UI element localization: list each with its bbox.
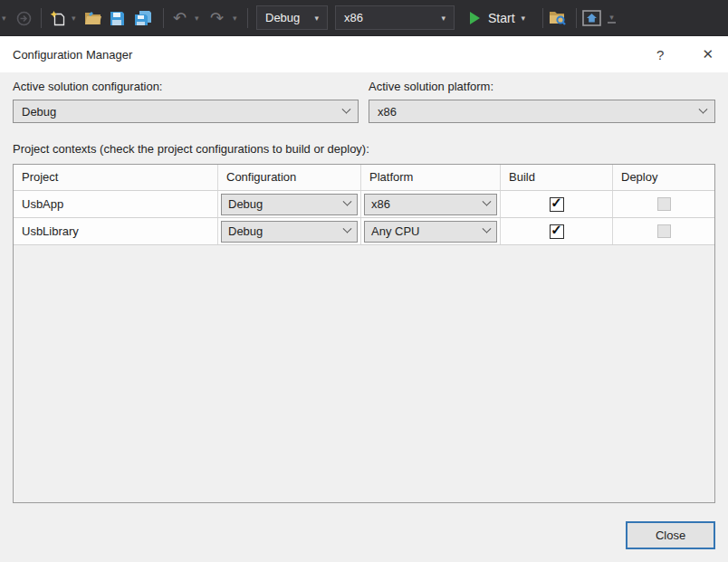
project-contexts-table: Project Configuration Platform Build Dep… — [13, 164, 715, 503]
new-project-caret-icon[interactable]: ▾ — [72, 0, 76, 36]
checkmark-icon: ✓ — [551, 197, 562, 208]
chevron-down-icon — [483, 197, 492, 206]
dialog-title: Configuration Manager — [13, 48, 132, 62]
build-cell: ✓ — [501, 218, 613, 244]
column-header-build[interactable]: Build — [501, 165, 613, 190]
column-header-deploy[interactable]: Deploy — [613, 165, 714, 190]
redo-icon[interactable]: ↷ — [210, 0, 224, 36]
active-platform-dropdown[interactable]: x86 — [369, 100, 715, 123]
active-configuration-label: Active solution configuration: — [13, 80, 359, 94]
chevron-down-icon — [343, 197, 352, 206]
chevron-down-icon: ▾ — [314, 14, 319, 23]
vs-toolbar: ▾ ▾ — [0, 0, 728, 36]
chevron-down-icon — [343, 224, 352, 233]
open-folder-icon[interactable] — [84, 0, 102, 36]
vs-window: ▾ ▾ — [0, 0, 728, 562]
project-contexts-label: Project contexts (check the project conf… — [13, 142, 715, 156]
nav-forward-icon[interactable] — [16, 0, 32, 36]
platform-cell: x86 — [361, 191, 501, 217]
solution-configuration-value: Debug — [265, 11, 300, 24]
chevron-down-icon — [699, 104, 708, 113]
project-name-cell[interactable]: UsbApp — [14, 191, 218, 217]
table-row: UsbApp Debug x86 ✓ — [14, 191, 714, 218]
toolbar-separator — [163, 8, 164, 28]
deploy-checkbox-disabled — [657, 197, 671, 211]
folder-search-icon[interactable] — [549, 0, 567, 36]
save-all-icon[interactable] — [134, 0, 152, 36]
row-configuration-dropdown[interactable]: Debug — [221, 221, 358, 243]
column-header-configuration[interactable]: Configuration — [218, 165, 361, 190]
chevron-down-icon — [483, 224, 492, 233]
start-caret-icon[interactable]: ▾ — [522, 0, 526, 36]
chevron-down-icon: ▾ — [441, 14, 445, 23]
configuration-cell: Debug — [218, 218, 361, 244]
deploy-checkbox-disabled — [657, 224, 671, 238]
project-name-cell[interactable]: UsbLibrary — [14, 218, 218, 244]
toolbar-separator — [542, 8, 543, 28]
row-platform-dropdown[interactable]: x86 — [364, 194, 497, 215]
configuration-cell: Debug — [218, 191, 361, 217]
column-header-platform[interactable]: Platform — [361, 165, 501, 190]
toolbar-separator — [41, 8, 42, 28]
active-platform-label: Active solution platform: — [369, 80, 715, 94]
undo-caret-icon[interactable]: ▾ — [195, 0, 199, 36]
build-checkbox[interactable]: ✓ — [550, 224, 564, 239]
platform-cell: Any CPU — [361, 218, 501, 244]
table-row: UsbLibrary Debug Any CPU ✓ — [14, 218, 714, 245]
new-project-icon[interactable] — [50, 0, 66, 36]
build-cell: ✓ — [501, 191, 613, 217]
deploy-cell — [613, 191, 714, 217]
close-window-button[interactable]: ✕ — [702, 46, 714, 62]
active-platform-value: x86 — [378, 105, 397, 119]
row-configuration-dropdown[interactable]: Debug — [221, 194, 358, 215]
nav-back-caret-icon[interactable]: ▾ — [2, 0, 6, 36]
save-icon[interactable] — [110, 0, 125, 36]
checkmark-icon: ✓ — [551, 224, 562, 235]
close-button[interactable]: Close — [626, 521, 715, 549]
dialog-titlebar: Configuration Manager ? ✕ — [0, 36, 728, 72]
deploy-cell — [613, 218, 714, 244]
column-header-project[interactable]: Project — [14, 165, 218, 190]
dialog-content: Active solution configuration: Active so… — [0, 72, 728, 562]
help-button[interactable]: ? — [656, 47, 664, 62]
solution-configuration-dropdown[interactable]: Debug ▾ — [256, 5, 328, 30]
solution-platform-value: x86 — [344, 11, 363, 24]
redo-caret-icon[interactable]: ▾ — [233, 0, 237, 36]
build-checkbox[interactable]: ✓ — [550, 197, 564, 212]
toolbar-separator — [576, 8, 577, 28]
start-label: Start — [488, 11, 515, 25]
chevron-down-icon — [342, 104, 351, 113]
table-empty-area — [14, 245, 714, 502]
framed-home-icon[interactable] — [582, 0, 601, 36]
table-header-row: Project Configuration Platform Build Dep… — [14, 165, 714, 191]
toolbar-separator — [247, 8, 248, 28]
active-configuration-value: Debug — [22, 105, 56, 119]
toolbar-overflow-icon[interactable]: ▾ — [608, 0, 616, 36]
play-icon — [470, 12, 480, 24]
start-debug-button[interactable]: Start ▾ — [470, 0, 525, 36]
row-platform-dropdown[interactable]: Any CPU — [364, 221, 497, 243]
undo-icon[interactable]: ↶ — [173, 0, 187, 36]
solution-platform-dropdown[interactable]: x86 ▾ — [335, 5, 455, 30]
active-configuration-dropdown[interactable]: Debug — [13, 100, 359, 123]
